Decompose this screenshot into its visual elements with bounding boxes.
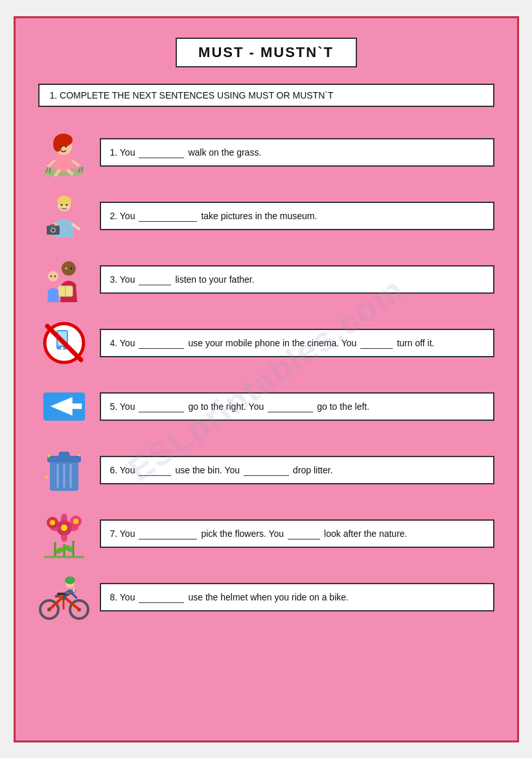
icon-cell-5 [38,381,90,432]
title-box: MUST - MUSTN`T [176,38,357,67]
s8-text: use the helmet when you ride on a bike. [188,592,349,602]
s4-part3: turn off it. [397,338,434,348]
icon-cell-4 [38,317,90,369]
sentence-box-3: 3. You listen to your father. [100,265,494,294]
s4-blank2 [360,337,393,349]
s6-blank2 [244,464,289,476]
svg-line-83 [74,589,75,591]
sentence-box-6: 6. You use the bin. You drop litter. [100,456,494,484]
svg-rect-22 [50,224,55,227]
s7-part2: pick the flowers. You [201,528,284,539]
svg-point-26 [65,268,67,270]
exercise-row-4: 4. You use your mobile phone in the cine… [38,317,494,369]
sentence-box-1: 1. You walk on the grass. [100,138,494,167]
svg-point-36 [61,347,64,349]
sentence-box-7: 7. You pick the flowers. You look after … [100,519,494,548]
s4-blank1 [139,337,184,349]
s6-part2: use the bin. You [175,465,240,475]
father-icon [41,257,87,302]
svg-text:✦: ✦ [45,475,49,480]
instruction-prefix: 1. COMPLETE THE NEXT SENTENCES USING [50,90,249,101]
svg-line-14 [82,167,83,172]
svg-line-8 [73,161,78,165]
s2-text: take pictures in the museum. [201,211,317,221]
icon-cell-1 [38,126,90,178]
bike-icon [39,572,89,622]
icon-cell-6: ✦ ✦ ✦ [38,444,90,496]
sentence-box-5: 5. You go to the right. You go to the le… [100,392,494,421]
exercise-row-6: ✦ ✦ ✦ 6. You use the bin. You drop litte… [38,444,494,496]
title: MUST - MUSTN`T [198,44,334,60]
icon-cell-7 [38,508,90,560]
s2-blank [139,210,197,222]
svg-point-24 [65,204,67,206]
s3-num: 3. You [110,274,135,285]
svg-line-7 [49,161,54,166]
svg-line-82 [73,594,76,598]
exercise-row-7: 7. You pick the flowers. You look after … [38,508,494,560]
exercise-row-8: 8. You use the helmet when you ride on a… [38,571,494,623]
s1-blank [139,147,184,158]
s6-part1: 6. You [110,465,135,475]
s1-text: walk on the grass. [188,147,261,158]
svg-point-58 [61,532,67,542]
svg-point-80 [65,576,75,584]
no-phone-icon [42,321,86,365]
s3-blank [139,274,171,285]
icon-cell-8 [38,571,90,623]
svg-point-56 [61,525,67,531]
svg-point-16 [57,196,71,206]
bin-icon: ✦ ✦ ✦ [45,447,84,493]
svg-point-27 [70,268,72,270]
svg-point-62 [50,520,55,525]
s5-part3: go to the left. [317,401,369,412]
s7-part3: look after the nature. [324,528,407,539]
page: ESLprintables.com MUST - MUSTN`T 1. COMP… [14,16,519,742]
s1-num: 1. You [110,147,135,158]
exercise-row-5: 5. You go to the right. You go to the le… [38,381,494,432]
camera-icon [41,193,87,239]
icon-cell-3 [38,254,90,305]
svg-point-21 [52,229,54,231]
svg-rect-78 [57,593,66,595]
svg-point-31 [50,276,51,277]
s7-blank2 [288,528,320,539]
s8-blank [139,591,184,603]
arrow-right-icon [42,390,86,423]
icon-cell-2 [38,190,90,242]
flowers-icon [41,508,87,559]
s3-text: listen to your father. [175,274,254,285]
svg-point-9 [60,145,62,147]
svg-point-57 [61,514,67,524]
exercise-row-1: 1. You walk on the grass. [38,126,494,178]
svg-point-4 [53,136,62,152]
exercise-row-2: 2. You take pictures in the museum. [38,190,494,242]
s6-part3: drop litter. [293,465,332,475]
svg-text:✦: ✦ [46,453,51,460]
s4-part1: 4. You [110,338,135,348]
svg-line-18 [73,224,79,229]
svg-text:✦: ✦ [77,453,82,458]
woman-grass-icon [40,128,88,177]
sentence-box-8: 8. You use the helmet when you ride on a… [100,583,494,611]
s5-blank1 [139,401,184,412]
s8-part1: 8. You [110,592,135,602]
s7-blank1 [139,528,197,539]
sentence-box-4: 4. You use your mobile phone in the cine… [100,329,494,357]
svg-point-32 [54,276,55,277]
instruction-highlight: MUST OR MUSTN`T [248,90,333,101]
s6-blank1 [139,464,171,476]
s5-part2: go to the right. You [188,401,264,412]
s5-blank2 [268,401,313,412]
s4-part2: use your mobile phone in the cinema. You [188,338,356,348]
s7-part1: 7. You [110,528,135,539]
svg-point-23 [60,204,62,206]
svg-point-64 [73,519,78,524]
instruction-box: 1. COMPLETE THE NEXT SENTENCES USING MUS… [38,84,494,107]
exercise-row-3: 3. You listen to your father. [38,254,494,305]
sentence-box-2: 2. You take pictures in the museum. [100,202,494,230]
svg-point-25 [62,261,76,276]
svg-line-70 [49,597,64,610]
svg-rect-43 [59,452,69,458]
svg-point-30 [48,271,58,281]
